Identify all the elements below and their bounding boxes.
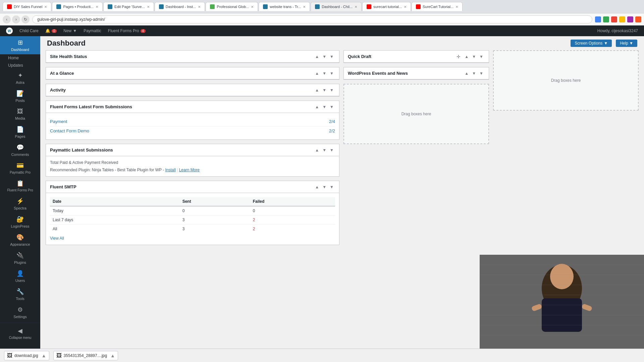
extension-icon-4 xyxy=(619,16,625,22)
sidebar-item-loginpress[interactable]: 🔐 LoginPress xyxy=(0,213,40,231)
sidebar-item-fluent[interactable]: 📋 Fluent Forms Pro xyxy=(0,177,40,195)
at-a-glance-settings-btn[interactable]: ▼ xyxy=(328,70,335,76)
tab-6[interactable]: website trans - Tr... ✕ xyxy=(259,2,310,11)
sidebar-item-plugins[interactable]: 🔌 Plugins xyxy=(0,249,40,267)
tab-8[interactable]: surecart tutorial... ✕ xyxy=(362,2,411,11)
paymattic-install-link[interactable]: Install xyxy=(165,168,176,172)
admin-bar-notif[interactable]: 🔔 0 xyxy=(42,25,60,36)
site-health-collapse-btn[interactable]: ▲ xyxy=(314,54,320,60)
tab-close-2[interactable]: ✕ xyxy=(96,5,98,9)
smtp-view-all-link[interactable]: View All xyxy=(50,236,335,241)
fluent-smtp-collapse-btn[interactable]: ▲ xyxy=(314,184,320,190)
browser-actions xyxy=(595,16,641,22)
fluent-forms-move-btn[interactable]: ▼ xyxy=(321,104,328,110)
reload-button[interactable]: ↻ xyxy=(21,15,30,23)
tab-3[interactable]: Edit Page 'Surve... ✕ xyxy=(103,2,154,11)
wp-events-move-btn[interactable]: ▼ xyxy=(471,70,477,76)
tab-close-4[interactable]: ✕ xyxy=(198,5,201,9)
at-a-glance-collapse-btn[interactable]: ▲ xyxy=(314,70,320,76)
fluent-smtp-settings-btn[interactable]: ▼ xyxy=(328,184,335,190)
sidebar-item-users[interactable]: 👤 Users xyxy=(0,267,40,285)
tab-close-9[interactable]: ✕ xyxy=(455,5,458,9)
tab-close-7[interactable]: ✕ xyxy=(355,5,357,9)
paymattic-settings-btn[interactable]: ▼ xyxy=(328,147,335,153)
site-health-move-up-btn[interactable]: ▼ xyxy=(321,54,328,60)
download-close-2[interactable]: ▲ xyxy=(110,353,115,358)
tab-label-7: Dashboard - Chil... xyxy=(322,5,353,9)
tab-close-6[interactable]: ✕ xyxy=(303,5,306,9)
fluent-smtp-move-btn[interactable]: ▼ xyxy=(321,184,328,190)
quick-draft-move-btn[interactable]: ▼ xyxy=(471,54,477,60)
tab-5[interactable]: Professional Glob... ✕ xyxy=(206,2,258,11)
smtp-col-date: Date xyxy=(50,197,180,206)
tab-close-5[interactable]: ✕ xyxy=(251,5,254,9)
sidebar-item-posts[interactable]: 📝 Posts xyxy=(0,87,40,105)
help-button[interactable]: Help ▼ xyxy=(616,40,637,47)
admin-bar-fluent[interactable]: Fluent Forms Pro 4 xyxy=(105,25,149,36)
sidebar-item-collapse[interactable]: ◀ Collapse menu xyxy=(0,324,40,342)
back-button[interactable]: ‹ xyxy=(3,15,11,23)
activity-collapse-btn[interactable]: ▲ xyxy=(314,87,320,93)
sidebar-item-dashboard[interactable]: ⊞ Dashboard xyxy=(0,36,40,54)
fluent-forms-link-payment[interactable]: Payment xyxy=(50,119,67,124)
sidebar-item-media[interactable]: 🖼 Media xyxy=(0,105,40,123)
widget-wp-events-header: WordPress Events and News ▲ ▼ ▼ xyxy=(344,67,489,79)
activity-move-btn[interactable]: ▼ xyxy=(321,87,328,93)
download-item-2[interactable]: 🖼 355431354_28897....jpg ▲ xyxy=(53,351,118,360)
sidebar-label-posts: Posts xyxy=(15,99,25,103)
sidebar-item-comments[interactable]: 💬 Comments xyxy=(0,141,40,159)
wp-events-collapse-btn[interactable]: ▲ xyxy=(463,70,470,76)
sidebar-item-updates[interactable]: Updates xyxy=(5,62,40,69)
settings-icon: ⚙ xyxy=(17,306,23,313)
download-item-1[interactable]: 🖼 download.jpg ▲ xyxy=(4,351,49,360)
tab-close-3[interactable]: ✕ xyxy=(147,5,150,9)
quick-draft-collapse-btn[interactable]: ▲ xyxy=(463,54,470,60)
tab-close-8[interactable]: ✕ xyxy=(404,5,407,9)
site-health-settings-btn[interactable]: ▼ xyxy=(328,54,335,60)
quick-draft-settings-btn[interactable]: ▼ xyxy=(478,54,485,60)
sidebar-label-updates: Updates xyxy=(8,63,23,68)
media-icon: 🖼 xyxy=(17,108,23,115)
widget-fluent-forms-controls: ▲ ▼ ▼ xyxy=(314,104,335,110)
forward-button[interactable]: › xyxy=(12,15,20,23)
paymattic-collapse-btn[interactable]: ▲ xyxy=(314,147,320,153)
fluent-forms-collapse-btn[interactable]: ▲ xyxy=(314,104,320,110)
paymattic-move-btn[interactable]: ▼ xyxy=(321,147,328,153)
admin-bar-paymattic[interactable]: Paymattic xyxy=(80,25,105,36)
sidebar-item-spectra[interactable]: ⚡ Spectra xyxy=(0,195,40,213)
download-close-1[interactable]: ▲ xyxy=(42,353,46,358)
sidebar-item-astra[interactable]: ✦ Astra xyxy=(0,69,40,87)
fluent-forms-settings-btn[interactable]: ▼ xyxy=(328,104,335,110)
widget-paymattic: Paymattic Latest Submissions ▲ ▼ ▼ Total… xyxy=(46,144,339,177)
screen-options-button[interactable]: Screen Options ▼ xyxy=(571,40,612,47)
sidebar-item-appearance[interactable]: 🎨 Appearance xyxy=(0,231,40,249)
drag-box-center-label: Drag boxes here xyxy=(401,112,431,116)
tab-9[interactable]: SureCart Tutorial... ✕ xyxy=(412,2,463,11)
appearance-icon: 🎨 xyxy=(16,234,24,241)
wp-logo-item[interactable]: W xyxy=(3,25,16,36)
admin-bar-new[interactable]: New ▼ xyxy=(60,25,80,36)
drag-box-center: Drag boxes here xyxy=(343,84,489,144)
tab-1[interactable]: DIY Sales Funnel ✕ xyxy=(3,2,51,11)
fluent-forms-link-contact[interactable]: Contact Form Demo xyxy=(50,128,89,133)
sidebar-item-tools[interactable]: 🔧 Tools xyxy=(0,285,40,303)
extension-icon-2 xyxy=(603,16,609,22)
at-a-glance-move-btn[interactable]: ▼ xyxy=(321,70,328,76)
tab-2[interactable]: Pages • Producti... ✕ xyxy=(52,2,103,11)
smtp-failed-7days: 2 xyxy=(250,216,335,225)
sidebar-item-paymattic[interactable]: 💳 Paymattic Pro xyxy=(0,159,40,177)
sidebar-label-pages: Pages xyxy=(15,134,25,138)
address-bar[interactable]: gulove-girl-puji.instawp.xyz/wp-admin/ xyxy=(32,15,592,23)
sidebar-item-pages[interactable]: 📄 Pages xyxy=(0,123,40,141)
tab-4[interactable]: Dashboard - Inst... ✕ xyxy=(155,2,205,11)
activity-settings-btn[interactable]: ▼ xyxy=(328,87,335,93)
widget-fluent-smtp-title: Fluent SMTP xyxy=(50,184,314,189)
sidebar-item-home[interactable]: Home xyxy=(5,54,40,62)
admin-bar-site-name[interactable]: Child Care xyxy=(16,25,42,36)
paymattic-learn-more-link[interactable]: Learn More xyxy=(179,168,200,172)
wp-events-settings-btn[interactable]: ▼ xyxy=(478,70,485,76)
extension-icon-1 xyxy=(595,16,601,22)
tab-close-1[interactable]: ✕ xyxy=(44,5,47,9)
tab-7[interactable]: Dashboard - Chil... ✕ xyxy=(311,2,362,11)
sidebar-item-settings[interactable]: ⚙ Settings xyxy=(0,303,40,321)
